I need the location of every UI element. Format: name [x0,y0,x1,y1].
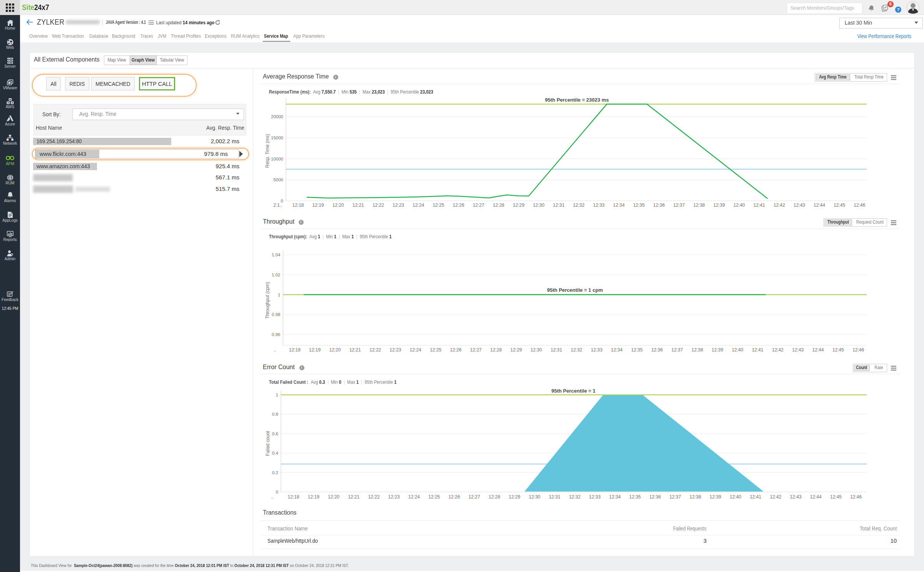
svg-text:0.8: 0.8 [272,412,278,416]
svg-text:12:32: 12:32 [573,202,585,208]
svg-text:12:44: 12:44 [810,494,822,500]
svg-text:12:24: 12:24 [408,494,420,500]
svg-text:12:34: 12:34 [611,347,623,353]
svg-text:12:20: 12:20 [329,347,341,353]
svg-text:12:34: 12:34 [609,494,621,500]
svg-text:12:46: 12:46 [852,347,864,353]
svg-text:12:20: 12:20 [333,202,344,208]
svg-text:12:27: 12:27 [470,347,481,353]
svg-text:12:33: 12:33 [593,202,605,208]
svg-text:12:30: 12:30 [533,202,545,208]
svg-text:12:21: 12:21 [353,202,364,208]
svg-text:12:31: 12:31 [551,347,562,353]
svg-text:12:21: 12:21 [349,347,361,353]
svg-text:12:43: 12:43 [794,202,805,208]
svg-text:20000: 20000 [271,114,283,119]
svg-text:12:19: 12:19 [309,347,321,353]
svg-text:5000: 5000 [273,177,283,182]
svg-text:1.02: 1.02 [272,273,280,277]
svg-text:..: .. [271,494,274,500]
svg-text:12:18: 12:18 [292,202,304,208]
svg-text:0.6: 0.6 [272,432,278,436]
svg-text:12:35: 12:35 [629,494,641,500]
svg-text:Resp. Time (ms): Resp. Time (ms) [265,134,270,168]
svg-text:12:35: 12:35 [631,347,643,353]
svg-text:12:45: 12:45 [832,347,844,353]
svg-text:12:33: 12:33 [591,347,602,353]
svg-text:12:22: 12:22 [368,494,379,500]
svg-text:12:22: 12:22 [373,202,384,208]
svg-text:12:44: 12:44 [812,347,824,353]
svg-text:12:39: 12:39 [712,347,723,353]
svg-text:12:30: 12:30 [530,347,542,353]
svg-text:12:38: 12:38 [692,347,703,353]
svg-text:12:31: 12:31 [549,494,560,500]
svg-text:12:25: 12:25 [433,202,444,208]
svg-text:12:31: 12:31 [553,202,565,208]
svg-text:12:37: 12:37 [673,202,685,208]
svg-text:12:29: 12:29 [509,494,520,500]
svg-text:1: 1 [278,293,280,297]
svg-text:12:42: 12:42 [770,494,781,500]
svg-text:..: .. [274,347,276,353]
svg-text:12:27: 12:27 [468,494,480,500]
svg-text:12:21: 12:21 [348,494,359,500]
svg-text:12:25: 12:25 [430,347,441,353]
svg-text:12:19: 12:19 [312,202,324,208]
svg-text:12:28: 12:28 [489,494,500,500]
svg-text:12:25: 12:25 [428,494,440,500]
svg-text:12:26: 12:26 [448,494,460,500]
svg-text:0.2: 0.2 [272,470,278,475]
svg-text:12:44: 12:44 [814,202,825,208]
svg-text:12:41: 12:41 [754,202,765,208]
svg-text:12:35: 12:35 [633,202,645,208]
svg-text:12:41: 12:41 [752,347,764,353]
svg-text:12:33: 12:33 [589,494,601,500]
svg-text:12:45: 12:45 [834,202,845,208]
svg-text:12:40: 12:40 [732,347,743,353]
svg-text:12:20: 12:20 [328,494,339,500]
svg-text:15000: 15000 [271,135,283,140]
svg-text:12:23: 12:23 [388,494,400,500]
svg-text:12:36: 12:36 [653,202,665,208]
svg-text:12:24: 12:24 [410,347,421,353]
svg-text:12:39: 12:39 [710,494,721,500]
svg-text:12:42: 12:42 [772,347,784,353]
svg-text:Throughput (cpm): Throughput (cpm) [265,282,270,318]
svg-text:12:38: 12:38 [690,494,701,500]
svg-text:12:34: 12:34 [613,202,625,208]
svg-text:95th Percentile = 23023 ms: 95th Percentile = 23023 ms [545,97,609,103]
svg-text:12:26: 12:26 [450,347,461,353]
svg-text:12:18: 12:18 [289,347,301,353]
svg-text:12:42: 12:42 [774,202,785,208]
svg-text:12:18: 12:18 [288,494,299,500]
svg-text:12:29: 12:29 [513,202,525,208]
svg-text:12:28: 12:28 [493,202,504,208]
svg-text:12:40: 12:40 [730,494,741,500]
svg-text:12:41: 12:41 [750,494,761,500]
svg-text:12:32: 12:32 [569,494,580,500]
svg-text:12:27: 12:27 [473,202,484,208]
svg-text:95th Percentile = 1: 95th Percentile = 1 [551,388,596,394]
svg-text:1.04: 1.04 [272,253,281,257]
svg-text:0.4: 0.4 [272,451,279,455]
svg-text:12:19: 12:19 [308,494,319,500]
svg-text:12:23: 12:23 [389,347,401,353]
svg-text:12:26: 12:26 [453,202,464,208]
svg-text:12:37: 12:37 [669,494,681,500]
svg-text:Failed count: Failed count [265,431,271,456]
svg-text:12:30: 12:30 [529,494,540,500]
svg-text:12:39: 12:39 [713,202,725,208]
svg-text:12:28: 12:28 [490,347,502,353]
svg-text:0: 0 [276,490,278,494]
svg-text:1: 1 [276,393,278,397]
svg-text:12:43: 12:43 [792,347,804,353]
svg-text:2:1..: 2:1.. [273,202,282,208]
svg-text:12:24: 12:24 [413,202,424,208]
svg-text:12:22: 12:22 [369,347,381,353]
svg-text:12:38: 12:38 [693,202,705,208]
svg-text:12:32: 12:32 [571,347,582,353]
svg-text:12:46: 12:46 [850,494,862,500]
svg-text:12:43: 12:43 [790,494,802,500]
svg-text:0.96: 0.96 [272,332,280,337]
